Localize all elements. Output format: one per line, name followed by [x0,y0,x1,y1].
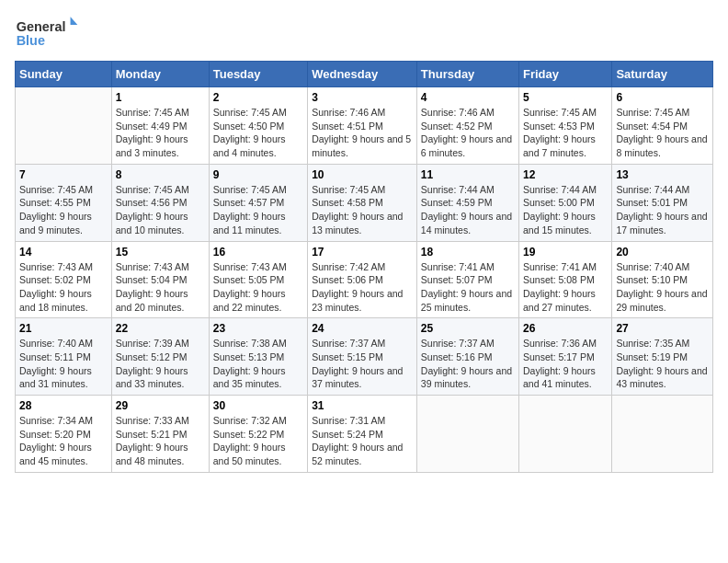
day-number: 3 [312,91,413,104]
calendar-cell: 20Sunrise: 7:40 AMSunset: 5:10 PMDayligh… [612,241,713,318]
day-number: 1 [116,91,205,104]
day-number: 19 [523,246,608,259]
day-info: Sunrise: 7:41 AMSunset: 5:07 PMDaylight:… [421,260,515,315]
calendar-cell: 15Sunrise: 7:43 AMSunset: 5:04 PMDayligh… [111,241,209,318]
day-info: Sunrise: 7:33 AMSunset: 5:21 PMDaylight:… [116,414,205,468]
day-info: Sunrise: 7:41 AMSunset: 5:08 PMDaylight:… [523,260,608,315]
calendar-cell [16,87,112,165]
calendar-cell: 28Sunrise: 7:34 AMSunset: 5:20 PMDayligh… [16,396,112,473]
day-number: 4 [421,91,515,104]
day-number: 5 [523,91,608,104]
day-info: Sunrise: 7:36 AMSunset: 5:17 PMDaylight:… [523,337,608,391]
day-number: 29 [116,399,205,412]
calendar-cell: 29Sunrise: 7:33 AMSunset: 5:21 PMDayligh… [111,396,209,473]
svg-marker-2 [71,17,78,25]
day-number: 6 [616,91,709,104]
calendar-cell: 12Sunrise: 7:44 AMSunset: 5:00 PMDayligh… [519,164,612,241]
day-header-friday: Friday [519,62,612,87]
day-info: Sunrise: 7:43 AMSunset: 5:02 PMDaylight:… [19,260,108,315]
calendar-cell [612,396,713,473]
calendar-cell: 17Sunrise: 7:42 AMSunset: 5:06 PMDayligh… [308,241,417,318]
svg-text:Blue: Blue [17,33,45,48]
day-number: 11 [421,168,515,181]
calendar-cell: 31Sunrise: 7:31 AMSunset: 5:24 PMDayligh… [308,396,417,473]
day-info: Sunrise: 7:39 AMSunset: 5:12 PMDaylight:… [116,337,205,391]
calendar-cell: 30Sunrise: 7:32 AMSunset: 5:22 PMDayligh… [209,396,307,473]
day-header-tuesday: Tuesday [209,62,307,87]
day-info: Sunrise: 7:34 AMSunset: 5:20 PMDaylight:… [19,414,108,468]
day-number: 28 [19,399,108,412]
day-number: 26 [523,322,608,335]
day-number: 15 [116,246,205,259]
day-number: 24 [312,322,413,335]
day-number: 12 [523,168,608,181]
day-info: Sunrise: 7:35 AMSunset: 5:19 PMDaylight:… [616,337,709,391]
calendar-cell: 5Sunrise: 7:45 AMSunset: 4:53 PMDaylight… [519,87,612,165]
day-number: 23 [213,322,303,335]
logo-icon: General Blue [15,15,79,52]
calendar-cell: 14Sunrise: 7:43 AMSunset: 5:02 PMDayligh… [16,241,112,318]
day-info: Sunrise: 7:31 AMSunset: 5:24 PMDaylight:… [312,414,413,468]
calendar-cell: 22Sunrise: 7:39 AMSunset: 5:12 PMDayligh… [111,318,209,396]
calendar-cell: 21Sunrise: 7:40 AMSunset: 5:11 PMDayligh… [16,318,112,396]
calendar-cell: 11Sunrise: 7:44 AMSunset: 4:59 PMDayligh… [416,164,518,241]
calendar-cell: 27Sunrise: 7:35 AMSunset: 5:19 PMDayligh… [612,318,713,396]
day-info: Sunrise: 7:46 AMSunset: 4:52 PMDaylight:… [421,106,515,160]
day-number: 8 [116,168,205,181]
svg-text:General: General [17,19,66,34]
day-number: 7 [19,168,108,181]
calendar-cell: 4Sunrise: 7:46 AMSunset: 4:52 PMDaylight… [416,87,518,165]
day-number: 20 [616,246,709,259]
calendar-cell: 25Sunrise: 7:37 AMSunset: 5:16 PMDayligh… [416,318,518,396]
day-number: 14 [19,246,108,259]
day-info: Sunrise: 7:37 AMSunset: 5:15 PMDaylight:… [312,337,413,391]
week-row-4: 21Sunrise: 7:40 AMSunset: 5:11 PMDayligh… [16,318,713,396]
day-info: Sunrise: 7:43 AMSunset: 5:05 PMDaylight:… [213,260,303,315]
day-number: 22 [116,322,205,335]
calendar-cell: 24Sunrise: 7:37 AMSunset: 5:15 PMDayligh… [308,318,417,396]
calendar-cell: 9Sunrise: 7:45 AMSunset: 4:57 PMDaylight… [209,164,307,241]
day-info: Sunrise: 7:43 AMSunset: 5:04 PMDaylight:… [116,260,205,315]
day-header-wednesday: Wednesday [308,62,417,87]
logo: General Blue [15,15,83,52]
day-info: Sunrise: 7:45 AMSunset: 4:50 PMDaylight:… [213,106,303,160]
day-info: Sunrise: 7:32 AMSunset: 5:22 PMDaylight:… [213,414,303,468]
day-number: 16 [213,246,303,259]
week-row-3: 14Sunrise: 7:43 AMSunset: 5:02 PMDayligh… [16,241,713,318]
calendar-cell: 26Sunrise: 7:36 AMSunset: 5:17 PMDayligh… [519,318,612,396]
calendar-cell: 3Sunrise: 7:46 AMSunset: 4:51 PMDaylight… [308,87,417,165]
calendar-cell: 1Sunrise: 7:45 AMSunset: 4:49 PMDaylight… [111,87,209,165]
day-number: 2 [213,91,303,104]
calendar-cell [519,396,612,473]
calendar-cell: 23Sunrise: 7:38 AMSunset: 5:13 PMDayligh… [209,318,307,396]
day-info: Sunrise: 7:38 AMSunset: 5:13 PMDaylight:… [213,337,303,391]
calendar-cell: 13Sunrise: 7:44 AMSunset: 5:01 PMDayligh… [612,164,713,241]
week-row-2: 7Sunrise: 7:45 AMSunset: 4:55 PMDaylight… [16,164,713,241]
page-header: General Blue [15,15,713,52]
day-number: 18 [421,246,515,259]
week-row-1: 1Sunrise: 7:45 AMSunset: 4:49 PMDaylight… [16,87,713,165]
day-info: Sunrise: 7:45 AMSunset: 4:53 PMDaylight:… [523,106,608,160]
calendar-cell: 7Sunrise: 7:45 AMSunset: 4:55 PMDaylight… [16,164,112,241]
day-number: 13 [616,168,709,181]
calendar-cell [416,396,518,473]
day-info: Sunrise: 7:45 AMSunset: 4:49 PMDaylight:… [116,106,205,160]
calendar-cell: 6Sunrise: 7:45 AMSunset: 4:54 PMDaylight… [612,87,713,165]
day-info: Sunrise: 7:45 AMSunset: 4:57 PMDaylight:… [213,183,303,237]
day-number: 17 [312,246,413,259]
day-number: 21 [19,322,108,335]
day-info: Sunrise: 7:45 AMSunset: 4:56 PMDaylight:… [116,183,205,237]
day-info: Sunrise: 7:42 AMSunset: 5:06 PMDaylight:… [312,260,413,315]
calendar-table: SundayMondayTuesdayWednesdayThursdayFrid… [15,61,713,473]
day-number: 27 [616,322,709,335]
day-info: Sunrise: 7:45 AMSunset: 4:58 PMDaylight:… [312,183,413,237]
calendar-cell: 8Sunrise: 7:45 AMSunset: 4:56 PMDaylight… [111,164,209,241]
day-header-sunday: Sunday [16,62,112,87]
day-info: Sunrise: 7:44 AMSunset: 5:01 PMDaylight:… [616,183,709,237]
calendar-cell: 18Sunrise: 7:41 AMSunset: 5:07 PMDayligh… [416,241,518,318]
day-number: 31 [312,399,413,412]
day-info: Sunrise: 7:44 AMSunset: 4:59 PMDaylight:… [421,183,515,237]
day-info: Sunrise: 7:44 AMSunset: 5:00 PMDaylight:… [523,183,608,237]
day-info: Sunrise: 7:40 AMSunset: 5:10 PMDaylight:… [616,260,709,315]
day-info: Sunrise: 7:45 AMSunset: 4:55 PMDaylight:… [19,183,108,237]
